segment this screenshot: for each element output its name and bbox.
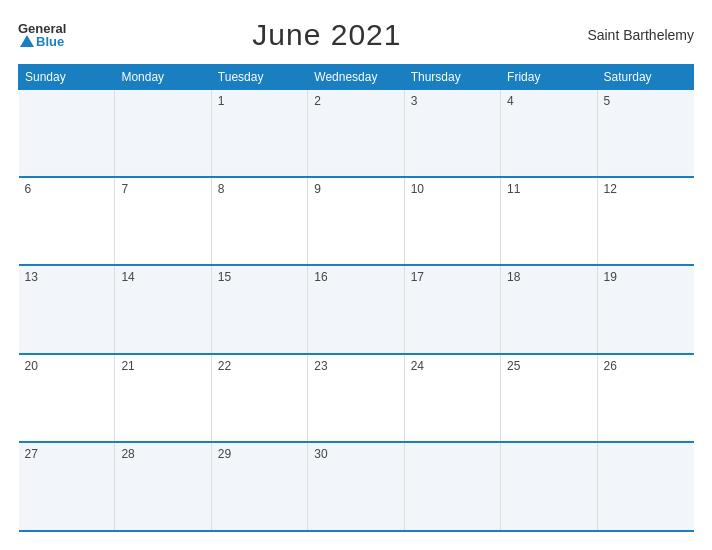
week-row-4: 20212223242526 [19, 354, 694, 443]
calendar-cell: 2 [308, 90, 404, 177]
calendar-cell: 9 [308, 177, 404, 266]
calendar-cell [404, 442, 500, 531]
calendar-cell: 7 [115, 177, 211, 266]
logo-blue-text: Blue [36, 35, 64, 48]
day-header-thursday: Thursday [404, 65, 500, 90]
calendar-cell [19, 90, 115, 177]
calendar-cell: 15 [211, 265, 307, 354]
calendar-cell: 25 [501, 354, 597, 443]
logo: General Blue [18, 22, 66, 48]
logo-triangle-icon [20, 35, 34, 47]
calendar-cell: 20 [19, 354, 115, 443]
day-header-friday: Friday [501, 65, 597, 90]
calendar-cell: 26 [597, 354, 693, 443]
calendar-cell: 1 [211, 90, 307, 177]
calendar-region: Saint Barthelemy [587, 27, 694, 43]
calendar-cell: 17 [404, 265, 500, 354]
week-row-5: 27282930 [19, 442, 694, 531]
calendar-cell: 8 [211, 177, 307, 266]
day-header-tuesday: Tuesday [211, 65, 307, 90]
calendar-table: SundayMondayTuesdayWednesdayThursdayFrid… [18, 64, 694, 532]
calendar-cell: 19 [597, 265, 693, 354]
calendar-cell: 16 [308, 265, 404, 354]
calendar-cell: 10 [404, 177, 500, 266]
calendar-cell: 24 [404, 354, 500, 443]
week-row-2: 6789101112 [19, 177, 694, 266]
calendar-cell [501, 442, 597, 531]
days-header-row: SundayMondayTuesdayWednesdayThursdayFrid… [19, 65, 694, 90]
calendar-cell: 13 [19, 265, 115, 354]
week-row-3: 13141516171819 [19, 265, 694, 354]
week-row-1: 12345 [19, 90, 694, 177]
calendar-cell: 6 [19, 177, 115, 266]
day-header-monday: Monday [115, 65, 211, 90]
calendar-cell: 12 [597, 177, 693, 266]
day-header-saturday: Saturday [597, 65, 693, 90]
calendar-wrapper: General Blue June 2021 Saint Barthelemy … [0, 0, 712, 550]
calendar-cell: 27 [19, 442, 115, 531]
calendar-cell [115, 90, 211, 177]
calendar-cell: 4 [501, 90, 597, 177]
calendar-cell: 23 [308, 354, 404, 443]
calendar-title: June 2021 [252, 18, 401, 52]
calendar-cell: 3 [404, 90, 500, 177]
calendar-cell: 5 [597, 90, 693, 177]
day-header-sunday: Sunday [19, 65, 115, 90]
day-header-wednesday: Wednesday [308, 65, 404, 90]
calendar-cell [597, 442, 693, 531]
calendar-cell: 21 [115, 354, 211, 443]
logo-blue-row: Blue [18, 35, 66, 48]
calendar-header: General Blue June 2021 Saint Barthelemy [18, 18, 694, 52]
calendar-cell: 30 [308, 442, 404, 531]
calendar-cell: 14 [115, 265, 211, 354]
calendar-cell: 22 [211, 354, 307, 443]
calendar-cell: 18 [501, 265, 597, 354]
calendar-cell: 11 [501, 177, 597, 266]
calendar-cell: 28 [115, 442, 211, 531]
calendar-cell: 29 [211, 442, 307, 531]
